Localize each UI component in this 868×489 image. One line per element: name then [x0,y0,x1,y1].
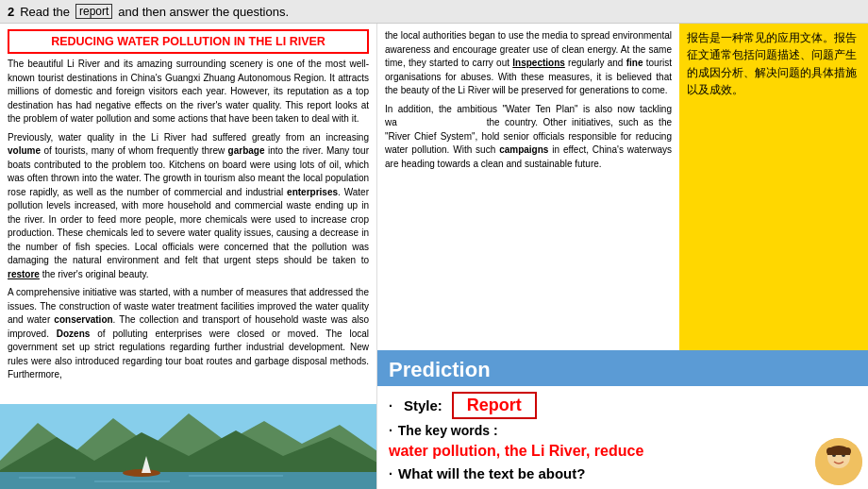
svg-rect-13 [826,447,851,455]
article-continuation: the local authorities began to use the m… [377,24,679,350]
paragraph2: Previously, water quality in the Li Rive… [8,131,369,282]
avatar [815,438,862,485]
question-row: · What will the text be about? [389,465,857,481]
header-instruction2: and then answer the questions. [118,5,289,19]
prediction-panel: Prediction [377,350,868,386]
question-number: 2 [8,5,14,19]
prediction-title: Prediction [377,350,868,386]
annotation-text: 报告是一种常见的应用文体。报告征文通常包括问题描述、问题产生的成因分析、解决问题… [687,32,857,95]
header-instruction: Read the [20,5,70,19]
article-title: REDUCING WATER POLLUTION IN THE LI RIVER [8,29,369,54]
continuation2: In addition, the ambitious "Water Ten Pl… [385,103,672,172]
article-landscape-image [0,404,376,489]
prediction-content: · Style: Report · The key words : water … [377,386,868,489]
paragraph1: The beautiful Li River and its amazing s… [8,58,369,126]
keywords-value: water pollution, the Li River, reduce [389,442,857,462]
annotation-box: 报告是一种常见的应用文体。报告征文通常包括问题描述、问题产生的成因分析、解决问题… [679,24,868,350]
right-panel: the local authorities began to use the m… [377,24,868,489]
style-dot: · [389,398,392,413]
style-label: Style: [404,397,442,413]
header-bar: 2 Read the report and then answer the qu… [0,0,868,24]
keywords-dot: · [389,423,392,438]
style-value: Report [452,392,537,419]
keywords-row: · The key words : [389,423,857,438]
question-dot: · [389,466,392,481]
article-body: The beautiful Li River and its amazing s… [0,58,376,404]
prediction-outer: Prediction · Style: Report · The key wor… [377,350,868,489]
left-panel: REDUCING WATER POLLUTION IN THE LI RIVER… [0,24,377,489]
svg-rect-3 [0,472,376,489]
report-label: report [75,4,112,19]
paragraph3: A comprehensive initiative was started, … [8,286,369,382]
question-text: What will the text be about? [398,465,585,481]
style-row: · Style: Report [389,392,857,419]
main-content: REDUCING WATER POLLUTION IN THE LI RIVER… [0,24,868,489]
right-top: the local authorities began to use the m… [377,24,868,350]
keywords-label: The key words : [398,423,498,438]
continuation1: the local authorities began to use the m… [385,29,672,98]
